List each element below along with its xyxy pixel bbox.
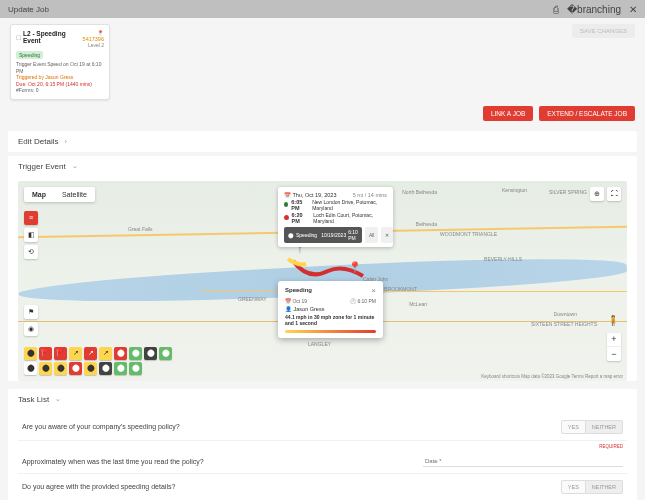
edit-details-header[interactable]: Edit Details ›: [8, 131, 637, 152]
task-row: Approximately when was the last time you…: [18, 450, 627, 474]
trigger-event-section: Trigger Event ⌄ Kensington Bethesda McLe…: [8, 156, 637, 381]
checkbox-icon[interactable]: ☐: [16, 34, 21, 41]
chip-icon[interactable]: ⬤: [129, 347, 142, 360]
severity-bar: [285, 330, 376, 333]
task-row: Are you aware of your company's speeding…: [18, 414, 627, 441]
map-container[interactable]: Kensington Bethesda McLean Great Falls P…: [18, 181, 627, 381]
popup-close-icon[interactable]: ×: [371, 286, 376, 295]
tab-satellite[interactable]: Satellite: [54, 187, 95, 202]
task-question: Do you agree with the provided speeding …: [22, 483, 175, 490]
date-field[interactable]: [423, 456, 623, 467]
neither-button[interactable]: NEITHER: [586, 420, 623, 434]
chip-icon[interactable]: ↗: [84, 347, 97, 360]
close-chip-icon[interactable]: ✕: [381, 227, 393, 243]
zoom-in-button[interactable]: +: [607, 333, 621, 347]
live-icon[interactable]: ≡: [24, 211, 38, 225]
chip-icon[interactable]: ⬤: [129, 362, 142, 375]
chip-icon[interactable]: ⬤: [114, 362, 127, 375]
chip-icon[interactable]: ⬤: [69, 362, 82, 375]
map-left-controls: ≡ ◧ ⟲ ⚑ ◉: [24, 211, 38, 336]
status-badge: Speeding: [16, 51, 43, 59]
chip-icon[interactable]: 🚩: [54, 347, 67, 360]
popup-driver: 👤 Jason Gress: [285, 306, 376, 312]
chip-icon[interactable]: ↗: [99, 347, 112, 360]
chip-icon[interactable]: ⬤: [114, 347, 127, 360]
close-icon[interactable]: ✕: [629, 4, 637, 15]
extend-escalate-button[interactable]: EXTEND / ESCALATE JOB: [539, 106, 635, 121]
task-list-header[interactable]: Task List ⌄: [8, 389, 637, 410]
chevron-down-icon: ⌄: [55, 395, 61, 403]
task-row: Do you agree with the provided speeding …: [18, 474, 627, 501]
map-type-tabs: Map Satellite: [24, 187, 95, 202]
tab-map[interactable]: Map: [24, 187, 54, 202]
chip-icon[interactable]: ↗: [69, 347, 82, 360]
chip-icon[interactable]: ⬤: [159, 347, 172, 360]
chip-icon[interactable]: ⬤: [39, 362, 52, 375]
event-card[interactable]: ☐ L2 - Speeding Event 📍 5417396 Level 2 …: [10, 24, 110, 100]
locate-icon[interactable]: ⊕: [590, 187, 604, 201]
event-popup: Speeding × 📅 Oct 19🕐 6:10 PM 👤 Jason Gre…: [278, 281, 383, 338]
map-right-controls: ⊕ ⛶: [590, 187, 621, 201]
speeding-chip[interactable]: ⬤ Speeding10/19/2023 6:10 PM: [284, 227, 362, 243]
event-level: Level 2: [77, 42, 104, 48]
fullscreen-icon[interactable]: ⛶: [607, 187, 621, 201]
zoom-out-button[interactable]: −: [607, 347, 621, 361]
end-pin-icon[interactable]: 📍: [348, 261, 362, 274]
chip-icon[interactable]: ⬤: [144, 347, 157, 360]
save-button: SAVE CHANGES: [572, 24, 635, 38]
chip-icon[interactable]: ⬤: [24, 362, 37, 375]
share-icon[interactable]: �branching: [567, 4, 621, 15]
neither-button[interactable]: NEITHER: [586, 480, 623, 494]
forms-line: #Forms: 0: [16, 87, 104, 94]
link-job-button[interactable]: LINK A JOB: [483, 106, 533, 121]
trigger-event-header[interactable]: Trigger Event ⌄: [8, 156, 637, 177]
chip-icon[interactable]: ⬤: [84, 362, 97, 375]
event-id: 📍 5417396: [77, 30, 104, 42]
chip-icon[interactable]: 🚩: [39, 347, 52, 360]
chip-icon[interactable]: ⬤: [54, 362, 67, 375]
route-icon[interactable]: ⟲: [24, 245, 38, 259]
pegman-icon[interactable]: 🧍: [607, 315, 619, 326]
page-title: Update Job: [8, 5, 49, 14]
zoom-control: + −: [607, 333, 621, 361]
task-question: Are you aware of your company's speeding…: [22, 423, 180, 430]
header-row: ☐ L2 - Speeding Event 📍 5417396 Level 2 …: [0, 18, 645, 106]
popup-title: Speeding: [285, 287, 312, 293]
chevron-down-icon: ⌄: [72, 162, 78, 170]
task-question: Approximately when was the last time you…: [22, 458, 204, 465]
topbar-actions: ⎙ �branching ✕: [553, 4, 637, 15]
action-buttons: LINK A JOB EXTEND / ESCALATE JOB: [0, 106, 645, 127]
chevron-right-icon: ›: [64, 138, 66, 145]
chip-icon[interactable]: ⬤: [99, 362, 112, 375]
target-icon[interactable]: ◉: [24, 322, 38, 336]
yes-button[interactable]: YES: [561, 480, 586, 494]
topbar: Update Job ⎙ �branching ✕: [0, 0, 645, 18]
trip-info-card: 📅 Thu, Oct 19, 2023 5 mi / 14 mins 6:05 …: [278, 187, 393, 247]
yes-button[interactable]: YES: [561, 420, 586, 434]
chip-icon[interactable]: ⬤: [24, 347, 37, 360]
print-icon[interactable]: ⎙: [553, 4, 559, 15]
map-attribution[interactable]: Keyboard shortcuts Map data ©2023 Google…: [481, 374, 623, 379]
all-chip[interactable]: All: [365, 227, 379, 243]
trigger-line: Trigger Event Speed on Oct 19 at 6:10 PM: [16, 61, 104, 74]
edit-details-section: Edit Details ›: [8, 131, 637, 152]
event-chips: ⬤ 🚩 🚩 ↗ ↗ ↗ ⬤ ⬤ ⬤ ⬤ ⬤ ⬤ ⬤ ⬤ ⬤ ⬤ ⬤ ⬤: [24, 347, 184, 375]
layers-icon[interactable]: ◧: [24, 228, 38, 242]
popup-detail: 44.1 mph in 30 mph zone for 1 minute and…: [285, 314, 376, 327]
event-title: L2 - Speeding Event: [23, 30, 77, 44]
task-list-section: Task List ⌄ Are you aware of your compan…: [8, 389, 637, 501]
flag-icon[interactable]: ⚑: [24, 305, 38, 319]
